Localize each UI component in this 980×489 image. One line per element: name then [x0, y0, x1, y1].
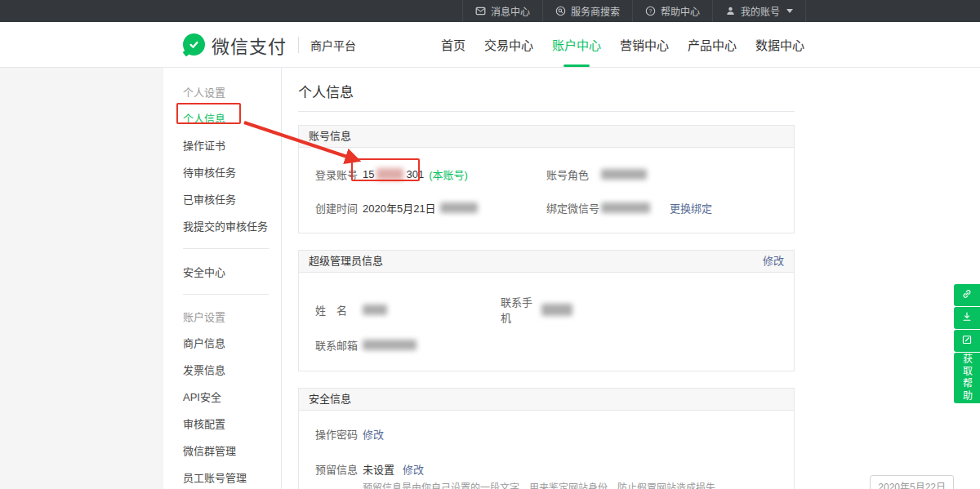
topbar-sp-search[interactable]: 服务商搜索 — [542, 0, 632, 22]
title-divider — [298, 111, 795, 112]
edit-reserved-info-link[interactable]: 修改 — [403, 461, 424, 477]
edit-password-link[interactable]: 修改 — [363, 426, 384, 442]
edit-icon — [961, 334, 973, 349]
topbar: 消息中心 服务商搜索 ? 帮助中心 我的账号 — [0, 0, 980, 22]
login-account-label: 登录账号 — [315, 167, 363, 182]
bound-wechat-label: 绑定微信号 — [546, 200, 601, 216]
sidebar-divider — [183, 294, 269, 295]
link-icon — [961, 288, 973, 303]
sidebar-item-wechat-group-mgmt[interactable]: 微信群管理 — [163, 437, 281, 464]
nav-data-center[interactable]: 数据中心 — [755, 33, 804, 56]
topbar-item-label: 消息中心 — [491, 4, 530, 18]
sidebar-group-personal-settings: 个人设置 — [163, 79, 281, 104]
topbar-item-label: 我的账号 — [741, 4, 780, 18]
sidebar-item-staff-account-mgmt[interactable]: 员工账号管理 — [163, 464, 281, 489]
site-header: 微信支付 商户平台 首页 交易中心 账户中心 营销中心 产品中心 数据中心 — [0, 22, 980, 68]
feedback-button[interactable] — [954, 330, 980, 352]
question-circle-icon: ? — [645, 6, 656, 16]
name-label: 姓 名 — [315, 302, 363, 318]
sidebar-item-api-security[interactable]: API安全 — [163, 383, 281, 410]
reserved-info-status: 未设置 — [363, 461, 394, 477]
sidebar: 个人设置 个人信息 操作证书 待审核任务 已审核任务 我提交的审核任务 安全中心… — [163, 68, 282, 489]
sidebar-item-personal-info[interactable]: 个人信息 — [163, 104, 281, 131]
account-role-label: 账号角色 — [546, 167, 601, 182]
main-content: 个人信息 账号信息 登录账号 15301 (本账号) 账号角色 — [282, 68, 980, 489]
sidebar-item-invoice-info[interactable]: 发票信息 — [163, 356, 281, 383]
redacted-created-time — [440, 202, 478, 213]
date-box: 2020年5月22日 — [870, 475, 954, 489]
nav-home[interactable]: 首页 — [441, 33, 466, 56]
operation-password-label: 操作密码 — [315, 426, 363, 442]
brand-name: 微信支付 — [212, 32, 287, 58]
card-title: 超级管理员信息 — [309, 251, 383, 272]
user-icon — [725, 6, 736, 16]
contact-phone-label: 联系手机 — [501, 294, 541, 325]
redacted-phone — [541, 304, 572, 316]
quick-link-button[interactable] — [954, 284, 980, 306]
change-binding-link[interactable]: 更换绑定 — [670, 200, 712, 216]
page-title: 个人信息 — [298, 81, 980, 101]
reserved-info-description: 预留信息是由你自己设置的一段文字，用来鉴定网站身份，防止假冒网站造成损失。 配置… — [363, 482, 794, 489]
redacted-email — [363, 340, 416, 350]
nav-marketing-center[interactable]: 营销中心 — [620, 33, 669, 56]
created-time-label: 创建时间 — [315, 200, 363, 216]
chevron-down-icon — [786, 9, 793, 13]
wechat-pay-check-icon — [183, 33, 205, 56]
download-icon — [961, 311, 973, 326]
sidebar-item-pending-review[interactable]: 待审核任务 — [163, 158, 281, 185]
app-root: 消息中心 服务商搜索 ? 帮助中心 我的账号 微信支付 商户平台 首页 交易中心 — [0, 0, 980, 489]
sidebar-item-security-center[interactable]: 安全中心 — [163, 258, 281, 285]
brand-separator — [298, 37, 299, 53]
topbar-item-label: 帮助中心 — [661, 4, 700, 18]
reserved-info-label: 预留信息 — [315, 461, 363, 477]
sidebar-item-reviewed[interactable]: 已审核任务 — [163, 185, 281, 212]
contact-email-label: 联系邮箱 — [315, 337, 363, 353]
float-button-group: 获取帮助 — [954, 284, 980, 404]
download-button[interactable] — [954, 307, 980, 329]
nav-account-center[interactable]: 账户中心 — [552, 33, 601, 56]
redacted-name — [363, 305, 387, 315]
card-title: 账号信息 — [309, 126, 351, 147]
portal-name: 商户平台 — [310, 37, 356, 53]
topbar-my-account[interactable]: 我的账号 — [712, 0, 806, 22]
page-body: 个人设置 个人信息 操作证书 待审核任务 已审核任务 我提交的审核任务 安全中心… — [0, 68, 980, 489]
nav-transaction-center[interactable]: 交易中心 — [484, 33, 533, 56]
sidebar-divider — [183, 248, 269, 249]
left-gutter — [0, 68, 163, 489]
super-admin-card: 超级管理员信息 修改 姓 名 联系手机 — [298, 250, 795, 371]
topbar-help-center[interactable]: ? 帮助中心 — [632, 0, 712, 22]
account-info-card-header: 账号信息 — [299, 126, 794, 148]
topbar-message-center[interactable]: 消息中心 — [462, 0, 542, 22]
sidebar-item-merchant-info[interactable]: 商户信息 — [163, 329, 281, 356]
sidebar-item-my-submitted-review[interactable]: 我提交的审核任务 — [163, 212, 281, 239]
super-admin-card-header: 超级管理员信息 修改 — [299, 251, 794, 273]
mail-icon — [475, 6, 486, 16]
main-nav: 首页 交易中心 账户中心 营销中心 产品中心 数据中心 — [441, 33, 804, 56]
search-circle-icon — [555, 6, 566, 16]
svg-text:?: ? — [649, 8, 653, 14]
redacted-account-role — [601, 169, 647, 180]
brand-logo[interactable]: 微信支付 商户平台 — [183, 32, 356, 58]
get-help-button[interactable]: 获取帮助 — [954, 353, 980, 403]
redacted-wechat-id — [601, 202, 650, 213]
security-info-card: 安全信息 操作密码 修改 预留信息 未设置 修改 预留信息是由你自己设置的一段文… — [298, 388, 795, 489]
card-title: 安全信息 — [309, 389, 351, 410]
redacted-login-digits — [376, 168, 403, 180]
created-time-value: 2020年5月21日 — [363, 200, 436, 216]
sidebar-group-account-settings: 账户设置 — [163, 304, 281, 329]
security-info-card-header: 安全信息 — [299, 389, 794, 411]
account-info-card: 账号信息 登录账号 15301 (本账号) 账号角色 — [298, 125, 795, 233]
get-help-label: 获取帮助 — [960, 353, 974, 402]
current-account-tag: (本账号) — [429, 167, 468, 182]
nav-product-center[interactable]: 产品中心 — [688, 33, 737, 56]
sidebar-item-operation-cert[interactable]: 操作证书 — [163, 131, 281, 158]
login-account-value: 15301 — [363, 168, 424, 180]
edit-admin-link[interactable]: 修改 — [763, 251, 784, 272]
sidebar-item-review-config[interactable]: 审核配置 — [163, 410, 281, 437]
topbar-item-label: 服务商搜索 — [571, 4, 620, 18]
